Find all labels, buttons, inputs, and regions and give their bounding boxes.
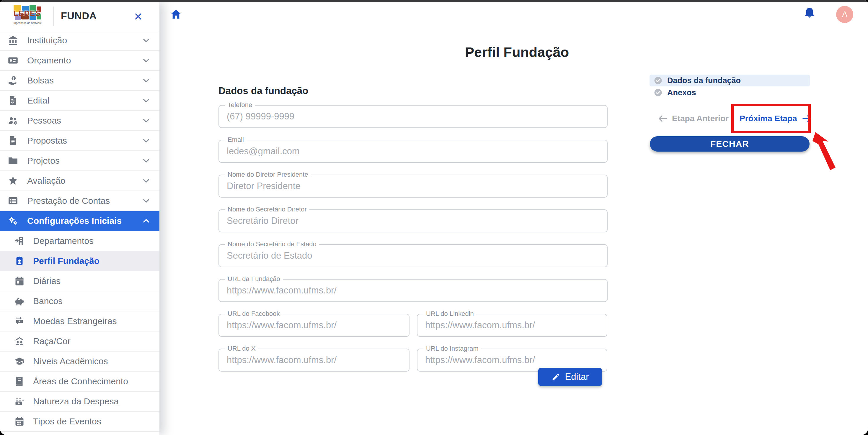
sidebar-item-bolsas[interactable]: Bolsas xyxy=(0,71,159,91)
field-nome-do-secret-rio-diretor: Nome do Secretário Diretor xyxy=(218,209,608,232)
sidebar-item-label: Bolsas xyxy=(27,75,54,86)
sidebar-item-label: Configurações Iniciais xyxy=(27,216,122,226)
sidebar-item-label: Raça/Cor xyxy=(33,336,70,346)
sidebar-item-label: Departamentos xyxy=(33,236,94,246)
previous-step-button[interactable]: Etapa Anterior xyxy=(658,111,728,126)
app-window: LEDES Engenharia de Software FUNDA × Ins… xyxy=(0,0,868,435)
sidebar-item-avalia-o[interactable]: Avaliação xyxy=(0,171,159,191)
folder-icon xyxy=(8,156,18,166)
page-title: Perfil Fundação xyxy=(166,44,868,60)
ledes-logo-caption: Engenharia de Software xyxy=(11,21,43,24)
field-input[interactable] xyxy=(219,279,607,301)
chevron-down-icon xyxy=(142,196,151,205)
sidebar-item-label: Tipos de Eventos xyxy=(33,416,101,427)
annotation-arrow xyxy=(811,132,844,173)
field-url-do-x: URL do X xyxy=(218,348,409,372)
edit-button[interactable]: Editar xyxy=(538,368,602,386)
calendar-day-icon xyxy=(14,276,25,287)
sidebar-item-departamentos[interactable]: Departamentos xyxy=(0,231,159,251)
step-anexos[interactable]: Anexos xyxy=(650,87,810,98)
check-circle-icon xyxy=(654,88,662,97)
close-button[interactable]: FECHAR xyxy=(650,136,810,152)
graduation-cap-icon xyxy=(14,356,25,367)
sidebar-item-institui-o[interactable]: Instituição xyxy=(0,31,159,51)
field-input[interactable] xyxy=(219,349,409,371)
sidebar-item-label: Prestação de Contas xyxy=(27,196,110,206)
step-label: Anexos xyxy=(667,88,696,97)
sidebar-item-presta-o-de-contas[interactable]: Prestação de Contas xyxy=(0,191,159,211)
file-lines-icon xyxy=(8,135,18,146)
sidebar-item-projetos[interactable]: Projetos xyxy=(0,151,159,171)
edit-button-label: Editar xyxy=(565,372,589,382)
sidebar-close-icon[interactable]: × xyxy=(129,6,147,26)
sidebar-item-label: Edital xyxy=(27,96,49,106)
sidebar-item-moedas-estrangeiras[interactable]: Moedas Estrangeiras xyxy=(0,311,159,332)
sidebar: LEDES Engenharia de Software FUNDA × Ins… xyxy=(0,2,159,435)
field-email: Email xyxy=(218,140,608,163)
money-transfer-icon xyxy=(14,316,25,327)
sidebar-item--reas-de-conhecimento[interactable]: Áreas de Conhecimento xyxy=(0,372,159,392)
users-gear-icon xyxy=(8,115,18,126)
gears-icon xyxy=(8,215,18,226)
piggy-bank-icon xyxy=(14,296,25,306)
step-dados-da-funda-o[interactable]: Dados da fundação xyxy=(650,75,810,87)
field-input[interactable] xyxy=(219,314,409,336)
sidebar-item-ra-a-cor[interactable]: Raça/Cor xyxy=(0,332,159,352)
sidebar-item-label: Instituição xyxy=(27,35,67,45)
money-wheat-icon xyxy=(14,396,25,407)
sidebar-item-n-veis-acad-micos[interactable]: Níveis Acadêmicos xyxy=(0,352,159,372)
bell-icon[interactable] xyxy=(803,6,816,20)
sidebar-item-label: Níveis Acadêmicos xyxy=(33,356,108,366)
sidebar-item-label: Perfil Fundação xyxy=(33,256,99,266)
arrow-left-icon xyxy=(658,114,668,123)
sidebar-item-pessoas[interactable]: Pessoas xyxy=(0,111,159,131)
field-input[interactable] xyxy=(219,140,607,162)
sidebar-item-label: Moedas Estrangeiras xyxy=(33,316,117,326)
sidebar-item-label: Propostas xyxy=(27,136,67,146)
field-url-do-linkedin: URL do Linkedin xyxy=(417,314,607,337)
sidebar-item-label: Bancos xyxy=(33,296,63,306)
window-top-edge xyxy=(0,0,868,2)
avatar[interactable]: A xyxy=(836,6,853,23)
file-contract-icon xyxy=(8,95,18,106)
form-section-title: Dados da fundação xyxy=(218,85,308,96)
chevron-down-icon xyxy=(142,36,151,45)
field-input[interactable] xyxy=(417,314,607,336)
chevron-down-icon xyxy=(142,156,151,165)
building-arrow-icon xyxy=(14,236,25,246)
book-icon xyxy=(14,376,25,387)
star-icon xyxy=(8,175,18,186)
sidebar-item-natureza-da-despesa[interactable]: Natureza da Despesa xyxy=(0,392,159,412)
sidebar-item-configura-es-iniciais[interactable]: Configurações Iniciais xyxy=(0,211,159,231)
sidebar-item-label: Avaliação xyxy=(27,176,66,186)
bank-icon xyxy=(8,35,18,46)
id-badge-icon xyxy=(14,256,25,266)
chevron-down-icon xyxy=(142,76,151,85)
arrow-right-icon xyxy=(802,114,812,123)
sidebar-item-perfil-funda-o[interactable]: Perfil Fundação xyxy=(0,251,159,271)
chevron-down-icon xyxy=(142,176,151,185)
sidebar-item-or-amento[interactable]: Orçamento xyxy=(0,51,159,71)
ledes-logo-text: LEDES xyxy=(10,9,44,18)
sidebar-item-tipos-de-eventos[interactable]: Tipos de Eventos xyxy=(0,412,159,432)
field-input[interactable] xyxy=(219,175,607,197)
previous-step-label: Etapa Anterior xyxy=(672,114,728,123)
field-input[interactable] xyxy=(219,210,607,232)
sidebar-item-di-rias[interactable]: Diárias xyxy=(0,271,159,291)
field-input[interactable] xyxy=(219,245,607,267)
people-roof-icon xyxy=(14,336,25,346)
next-step-label: Próxima Etapa xyxy=(740,114,797,123)
list-icon xyxy=(8,196,18,206)
sidebar-item-propostas[interactable]: Propostas xyxy=(0,131,159,151)
next-step-button[interactable]: Próxima Etapa xyxy=(740,111,812,126)
sidebar-brand: FUNDA xyxy=(61,10,97,22)
field-input[interactable] xyxy=(219,106,607,127)
sidebar-item-bancos[interactable]: Bancos xyxy=(0,291,159,311)
step-label: Dados da fundação xyxy=(667,76,741,85)
chevron-down-icon xyxy=(142,96,151,105)
sidebar-item-edital[interactable]: Edital xyxy=(0,91,159,111)
hand-dollar-icon xyxy=(8,75,18,86)
pencil-icon xyxy=(552,372,560,381)
sidebar-header-divider xyxy=(54,6,54,26)
home-icon[interactable] xyxy=(170,8,182,20)
